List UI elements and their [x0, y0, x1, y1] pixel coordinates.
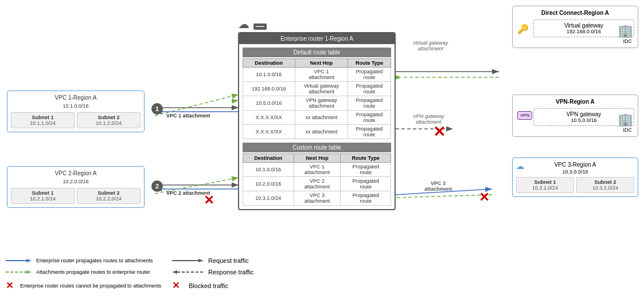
- legend-item-5: Response traffic: [172, 269, 253, 275]
- vpc3-subnet2: Subnet 2 10.3.2.0/24: [576, 177, 634, 193]
- crt-r1-hop: VPC 1attachment: [294, 163, 341, 177]
- legend-item-4: Request traffic: [172, 257, 253, 264]
- circle-1: 1: [151, 103, 163, 115]
- legend-label-6: Blocked traffic: [189, 282, 228, 289]
- er-title: Enterprise router 1-Region A: [239, 33, 395, 44]
- crt-row-1: 10.1.0.0/16 VPC 1attachment Propagatedro…: [243, 163, 391, 177]
- vpc1-box: VPC 1-Region A 10.1.0.0/16 Subnet 1 10.1…: [7, 90, 145, 132]
- vpc1-ip: 10.1.0.0/16: [11, 103, 140, 109]
- key-icon: 🔑: [517, 23, 529, 34]
- legend-request-arrow: [172, 257, 204, 264]
- vpc1-subnets: Subnet 1 10.1.1.0/24 Subnet 2 10.1.2.0/2…: [11, 112, 140, 128]
- vpc2-subnet2: Subnet 2 10.2.2.0/24: [77, 188, 140, 204]
- svg-marker-21: [26, 270, 32, 274]
- vpc3-attachment-x: ✕: [479, 190, 489, 205]
- vpn-idc-label: IDC: [516, 127, 634, 133]
- vpc3-subnets: Subnet 1 10.3.1.0/24 Subnet 2 10.3.2.0/2…: [516, 177, 634, 193]
- drt-header-dest: Destination: [243, 59, 295, 68]
- vpn-badge: VPN: [517, 111, 532, 120]
- vpc1-title: VPC 1-Region A: [11, 95, 140, 101]
- default-rt-table: Destination Next Hop Route Type 10.1.0.0…: [243, 58, 391, 139]
- vpc2-title: VPC 2-Region A: [11, 170, 140, 176]
- crt-r1-dest: 10.1.0.0/16: [243, 163, 294, 177]
- vpc3-attach-label: VPC 3attachment: [424, 180, 452, 192]
- drt-row-5: X.X.X.X/XX xx attachment Propagatedroute: [243, 125, 391, 139]
- crt-row-3: 10.3.1.0/24 VPC 3attachment Propagatedro…: [243, 191, 391, 206]
- drt-row-4: X.X.X.X/XX xx attachment Propagatedroute: [243, 111, 391, 125]
- drt-r4-type: Propagatedroute: [348, 111, 391, 125]
- idc2-building-icon: 🏢: [618, 112, 633, 127]
- drt-r4-hop: xx attachment: [295, 111, 348, 125]
- custom-rt-title: Custom route table: [243, 143, 391, 152]
- vpc3-cloud-icon: ☁: [516, 162, 524, 171]
- vg-ip: 192.168.0.0/16: [538, 29, 629, 34]
- svg-marker-19: [26, 259, 32, 262]
- legend-item-3: ✕ Enterprise router routes cannot be pro…: [6, 280, 161, 291]
- dc-idc-label: IDC: [516, 38, 634, 44]
- drt-r5-dest: X.X.X.X/XX: [243, 125, 295, 139]
- vpc2-subnet1: Subnet 1 10.2.1.0/24: [11, 188, 75, 204]
- vpc3-section: VPC 3-Region A 10.3.0.0/16 Subnet 1 10.3…: [512, 158, 638, 197]
- vpc3-ip: 10.3.0.0/16: [516, 169, 634, 175]
- crt-header-type: Route Type: [341, 154, 391, 163]
- crt-r2-type: Propagatedroute: [341, 177, 391, 191]
- drt-header-type: Route Type: [348, 59, 391, 68]
- vg-label: Virtual gateway: [538, 22, 629, 29]
- legend-item-2: Attachments propagate routes to enterpri…: [6, 269, 161, 275]
- legend-label-1: Enterprise router propagates routes to a…: [36, 258, 153, 263]
- svg-marker-23: [198, 259, 204, 262]
- legend-label-4: Request traffic: [208, 257, 249, 264]
- vpc2-ip: 10.2.0.0/16: [11, 179, 140, 184]
- legend-label-2: Attachments propagate routes to enterpri…: [36, 269, 150, 275]
- dc-title: Direct Connect-Region A: [516, 10, 634, 16]
- vpn-blocked-x: ✕: [433, 123, 446, 141]
- drt-r2-dest: 192.168.0.0/16: [243, 82, 295, 96]
- drt-r1-dest: 10.1.0.0/16: [243, 68, 295, 82]
- vpc2-box: VPC 2-Region A 10.2.0.0/16 Subnet 1 10.2…: [7, 166, 145, 208]
- svg-line-15: [396, 195, 492, 198]
- legend-green-dashed-arrow: [6, 269, 32, 275]
- vpn-gw-label: VPN gateway: [538, 111, 629, 117]
- drt-r2-type: Propagatedroute: [348, 82, 391, 96]
- er-cloud-icon: ☁ ━━━: [238, 17, 267, 31]
- drt-row-1: 10.1.0.0/16 VPC 1attachment Propagatedro…: [243, 68, 391, 82]
- legend-item-6: ✕ Blocked traffic: [172, 280, 253, 291]
- drt-r3-dest: 10.5.0.0/16: [243, 96, 295, 111]
- vpc3-subnet1: Subnet 1 10.3.1.0/24: [516, 177, 574, 193]
- vpn-title: VPN-Region A: [516, 99, 634, 105]
- er-box: Enterprise router 1-Region A Default rou…: [238, 32, 396, 210]
- crt-header-hop: Next Hop: [294, 154, 341, 163]
- virtual-gateway-attach-label: Virtual gatewayattachment: [413, 40, 448, 52]
- legend-label-3: Enterprise router routes cannot be propa…: [20, 283, 161, 289]
- circle-2: 2: [151, 180, 163, 192]
- crt-r3-dest: 10.3.1.0/24: [243, 191, 294, 206]
- vpc1-subnet2: Subnet 2 10.1.2.0/24: [77, 112, 140, 128]
- crt-r3-hop: VPC 3attachment: [294, 191, 341, 206]
- vpc1-attachment-label: VPC 1 attachment: [166, 113, 210, 119]
- drt-r4-dest: X.X.X.X/XX: [243, 111, 295, 125]
- crt-r2-dest: 10.2.0.0/16: [243, 177, 294, 191]
- vpc1-subnet1: Subnet 1 10.1.1.0/24: [11, 112, 75, 128]
- default-route-table: Default route table Destination Next Hop…: [243, 48, 391, 139]
- crt-header-dest: Destination: [243, 154, 294, 163]
- default-rt-title: Default route table: [243, 48, 391, 57]
- drt-r5-hop: xx attachment: [295, 125, 348, 139]
- crt-r1-type: Propagatedroute: [341, 163, 391, 177]
- drt-header-hop: Next Hop: [295, 59, 348, 68]
- legend-right: Request traffic Response traffic ✕ Block…: [172, 257, 253, 296]
- drt-r3-hop: VPN gatewayattachment: [295, 96, 348, 111]
- idc1-building-icon: 🏢: [618, 23, 633, 38]
- legend-blue-arrow: [6, 257, 32, 264]
- custom-rt-table: Destination Next Hop Route Type 10.1.0.0…: [243, 154, 391, 206]
- enterprise-router-container: ☁ ━━━ Enterprise router 1-Region A Defau…: [238, 17, 267, 32]
- drt-row-2: 192.168.0.0/16 Virtual gatewayattachment…: [243, 82, 391, 96]
- diagram-container: ☁ VPC 1-Region A 10.1.0.0/16 Subnet 1 10…: [0, 0, 644, 307]
- vpn-gateway-attach-label: VPN gatewayattachment: [413, 113, 444, 125]
- legend-x-icon: ✕: [6, 280, 13, 291]
- custom-route-table: Custom route table Destination Next Hop …: [243, 143, 391, 206]
- legend: Enterprise router propagates routes to a…: [6, 257, 161, 296]
- crt-r3-type: Propagatedroute: [341, 191, 391, 206]
- drt-r1-type: Propagatedroute: [348, 68, 391, 82]
- vpn-section: VPN-Region A VPN VPN gateway 10.5.0.0/16…: [512, 95, 638, 137]
- legend-item-1: Enterprise router propagates routes to a…: [6, 257, 161, 264]
